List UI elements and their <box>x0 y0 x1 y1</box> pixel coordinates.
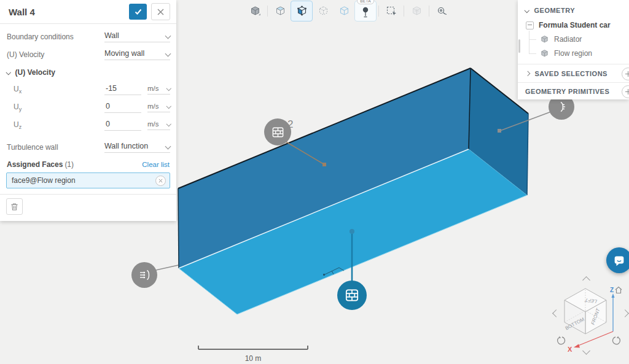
tree-item-flow-region[interactable]: Flow region <box>518 47 629 60</box>
home-icon[interactable] <box>614 286 623 294</box>
transparent-cube-icon <box>275 6 286 17</box>
box-select-icon <box>386 6 397 17</box>
hidden-geometry-button[interactable] <box>313 1 334 21</box>
solid-view-cube-button[interactable] <box>244 1 265 21</box>
measure-tape-icon <box>436 6 448 17</box>
chevron-down-icon <box>6 70 11 75</box>
checkmark-icon <box>134 7 143 16</box>
boundary-condition-panel: Wall 4 Boundary conditions Wall (U) Velo… <box>0 0 176 221</box>
confirm-button[interactable] <box>129 4 147 20</box>
tree-item-label: Flow region <box>554 49 592 58</box>
toolbar-separator <box>267 6 268 17</box>
velocity-inlet-icon <box>137 268 152 282</box>
inlet-connector <box>154 265 178 271</box>
ux-label: Ux <box>14 85 21 95</box>
panel-header: Wall 4 <box>0 0 176 24</box>
view-cube[interactable]: LEFT FRONT BOTTOM <box>562 284 612 345</box>
panel-footer-divider <box>0 194 176 195</box>
rotate-cw-icon[interactable] <box>611 336 621 346</box>
tree-item-label: Radiator <box>554 35 582 44</box>
turbulence-select[interactable]: Wall function <box>104 142 170 153</box>
toolbar-separator <box>404 6 404 17</box>
panel-title: Wall 4 <box>9 7 129 17</box>
saved-selections-label: SAVED SELECTIONS <box>535 70 608 77</box>
isolate-cube-icon <box>411 6 423 17</box>
uy-label: Uy <box>14 103 21 112</box>
box-select-button[interactable] <box>381 1 402 21</box>
chevron-down-icon <box>166 104 171 109</box>
uy-row: Uy m/s <box>0 101 176 114</box>
velocity-type-label: (U) Velocity <box>7 50 44 59</box>
clear-list-link[interactable]: Clear list <box>142 161 170 168</box>
chevron-down-icon <box>166 86 171 91</box>
turbulence-label: Turbulence wall <box>7 143 58 152</box>
uy-unit-value: m/s <box>147 103 159 110</box>
cube-icon <box>540 35 549 44</box>
measure-tool-button[interactable] <box>431 1 452 21</box>
selected-wall-badge[interactable] <box>337 281 367 310</box>
beta-badge: BETA <box>357 0 374 4</box>
saved-selections-header[interactable]: SAVED SELECTIONS <box>518 64 629 83</box>
collapse-node-icon[interactable] <box>526 21 534 29</box>
uz-input[interactable] <box>104 120 141 131</box>
chevron-down-icon <box>166 122 171 126</box>
close-button[interactable] <box>151 3 170 20</box>
geometry-tree-panel: GEOMETRY Formula Student car Radiator Fl… <box>518 0 629 99</box>
rotate-right-chevron[interactable] <box>621 309 629 317</box>
dotted-cube-icon <box>318 6 329 17</box>
assigned-faces-row: Assigned Faces (1) Clear list <box>0 159 176 170</box>
velocity-type-value: Moving wall <box>104 49 144 58</box>
rotate-down-chevron[interactable] <box>582 347 590 355</box>
add-primitive-button[interactable] <box>622 85 629 98</box>
boundary-conditions-select[interactable]: Wall <box>104 31 170 42</box>
ux-unit-select[interactable]: m/s <box>147 85 170 95</box>
axis-x-label: X <box>568 346 572 353</box>
wireframe-view-button[interactable] <box>334 1 354 21</box>
uy-input[interactable] <box>104 102 141 113</box>
uy-unit-select[interactable]: m/s <box>147 103 170 112</box>
pressure-outlet-icon <box>554 99 569 114</box>
toolbar-separator <box>378 6 379 17</box>
rotate-up-chevron[interactable] <box>582 276 590 284</box>
tree-root-label: Formula Student car <box>539 21 611 29</box>
trash-icon <box>10 203 18 211</box>
add-saved-selection-button[interactable] <box>622 68 629 80</box>
wall-badge-count: 2 <box>287 118 293 131</box>
support-chat-button[interactable] <box>606 247 629 273</box>
velocity-section-header[interactable]: (U) Velocity <box>0 66 176 79</box>
turbulence-value: Wall function <box>104 142 148 150</box>
face-select-cube-icon <box>296 6 308 17</box>
brick-wall-icon <box>271 125 285 139</box>
brick-wall-icon <box>344 287 360 303</box>
tree-root-row[interactable]: Formula Student car <box>518 18 629 32</box>
chevron-down-icon <box>525 8 529 13</box>
assigned-faces-label: Assigned Faces <box>7 160 63 169</box>
chat-bubble-icon <box>612 254 626 267</box>
probe-point-button[interactable]: BETA <box>354 1 377 21</box>
velocity-inlet-badge[interactable] <box>131 262 157 288</box>
remove-face-button[interactable] <box>155 176 166 186</box>
scale-label: 10 m <box>198 354 308 363</box>
geometry-header-label: GEOMETRY <box>534 7 576 14</box>
face-selection-button[interactable] <box>291 1 313 21</box>
ux-unit-value: m/s <box>147 85 159 92</box>
velocity-section-label: (U) Velocity <box>15 68 55 77</box>
outline-cube-icon <box>338 6 350 17</box>
transparent-view-cube-button[interactable] <box>270 1 291 21</box>
geometry-primitives-header[interactable]: GEOMETRY PRIMITIVES <box>518 82 629 100</box>
cube-icon <box>540 49 549 58</box>
tree-item-radiator[interactable]: Radiator <box>518 33 629 46</box>
velocity-type-select[interactable]: Moving wall <box>104 49 170 60</box>
delete-button[interactable] <box>6 198 23 215</box>
ux-input[interactable] <box>104 84 141 95</box>
uz-row: Uz m/s <box>0 119 176 131</box>
assigned-face-chip[interactable]: face9@Flow region <box>6 172 170 188</box>
boundary-conditions-row: Boundary conditions Wall <box>0 31 176 43</box>
geometry-section-header[interactable]: GEOMETRY <box>518 4 629 17</box>
uz-unit-select[interactable]: m/s <box>147 120 170 130</box>
uz-unit-value: m/s <box>147 120 159 128</box>
rotate-left-chevron[interactable] <box>552 309 560 317</box>
turbulence-row: Turbulence wall Wall function <box>0 141 176 153</box>
isolate-geometry-button[interactable] <box>406 1 427 21</box>
close-icon <box>157 9 164 15</box>
